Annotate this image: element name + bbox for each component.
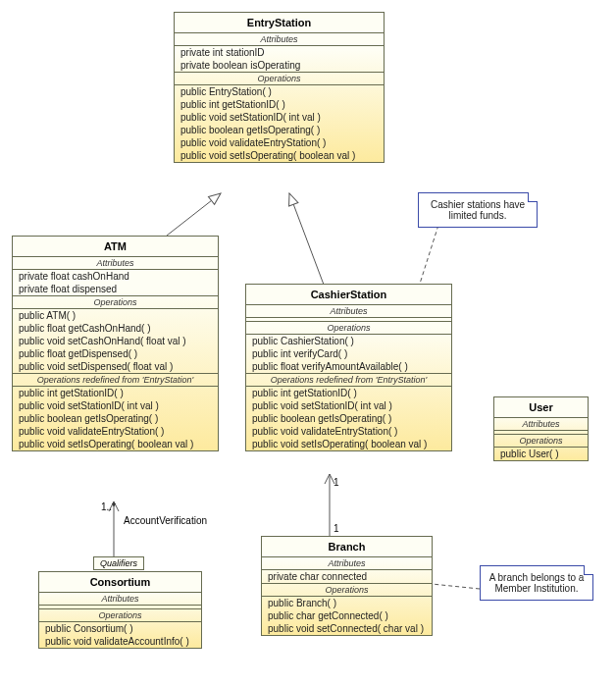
operation: public float verifyAmountAvailable( ) xyxy=(246,360,451,373)
svg-line-5 xyxy=(432,584,480,589)
svg-line-4 xyxy=(420,219,440,284)
attributes-list: private int stationID private boolean is… xyxy=(175,46,384,73)
operation: public EntryStation( ) xyxy=(175,85,384,98)
note-cashier-funds: Cashier stations have limited funds. xyxy=(418,192,538,228)
class-branch: Branch Attributes private char connected… xyxy=(261,536,433,636)
operations-list: public ATM( ) public float getCashOnHand… xyxy=(13,309,218,374)
redefined-header: Operations redefined from 'EntryStation' xyxy=(13,374,218,387)
attribute: private float dispensed xyxy=(13,283,218,295)
operation: public boolean getIsOperating( ) xyxy=(246,412,451,425)
class-consortium: Consortium Attributes Operations public … xyxy=(38,571,202,649)
svg-line-1 xyxy=(289,193,324,285)
operations-list: public CashierStation( ) public int veri… xyxy=(246,335,451,374)
operation: public char getConnected( ) xyxy=(262,609,432,622)
operations-header: Operations xyxy=(39,609,201,622)
attributes-list: private char connected xyxy=(262,570,432,584)
operation: public void setStationID( int val ) xyxy=(13,399,218,412)
note-fold-icon xyxy=(584,565,593,575)
operation: public void setDispensed( float val ) xyxy=(13,360,218,373)
attributes-header: Attributes xyxy=(494,418,588,431)
operation: public int getStationID( ) xyxy=(246,387,451,399)
operations-header: Operations xyxy=(175,73,384,85)
operation: public User( ) xyxy=(494,448,588,460)
class-title: CashierStation xyxy=(246,285,451,305)
operation: public Branch( ) xyxy=(262,597,432,609)
operation: public Consortium( ) xyxy=(39,622,201,635)
class-title: User xyxy=(494,397,588,418)
class-entrystation: EntryStation Attributes private int stat… xyxy=(174,12,385,163)
multiplicity-label: 1 xyxy=(334,523,339,534)
attributes-header: Attributes xyxy=(262,557,432,570)
attributes-header: Attributes xyxy=(13,257,218,270)
attributes-header: Attributes xyxy=(246,305,451,318)
operations-list: public EntryStation( ) public int getSta… xyxy=(175,85,384,162)
operation: public void validateEntryStation( ) xyxy=(246,425,451,438)
attribute: private int stationID xyxy=(175,46,384,59)
qualifier-box: Qualifiers xyxy=(93,556,144,570)
operation: public void setIsOperating( boolean val … xyxy=(246,438,451,450)
operations-header: Operations xyxy=(494,435,588,448)
multiplicity-label: 1..* xyxy=(101,501,116,512)
operation: public void setStationID( int val ) xyxy=(175,111,384,124)
operation: public float getDispensed( ) xyxy=(13,347,218,360)
operations-list: public Branch( ) public char getConnecte… xyxy=(262,597,432,635)
note-text: Cashier stations have limited funds. xyxy=(431,199,525,221)
operations-header: Operations xyxy=(246,322,451,335)
operation: public ATM( ) xyxy=(13,309,218,322)
operation: public int getStationID( ) xyxy=(175,98,384,111)
attributes-header: Attributes xyxy=(39,593,201,606)
association-label: AccountVerification xyxy=(124,515,207,526)
class-title: Branch xyxy=(262,537,432,557)
redefined-header: Operations redefined from 'EntryStation' xyxy=(246,374,451,387)
operations-header: Operations xyxy=(262,584,432,597)
operation: public float getCashOnHand( ) xyxy=(13,322,218,335)
operation: public void setCashOnHand( float val ) xyxy=(13,335,218,347)
operation: public CashierStation( ) xyxy=(246,335,451,347)
attribute: private char connected xyxy=(262,570,432,583)
note-fold-icon xyxy=(528,192,538,202)
note-branch-member: A branch belongs to a Member Institution… xyxy=(480,565,593,601)
attributes-header: Attributes xyxy=(175,33,384,46)
class-cashierstation: CashierStation Attributes Operations pub… xyxy=(245,284,452,451)
note-text: A branch belongs to a Member Institution… xyxy=(489,572,585,594)
class-title: ATM xyxy=(13,237,218,257)
redefined-list: public int getStationID( ) public void s… xyxy=(13,387,218,450)
class-title: EntryStation xyxy=(175,13,384,33)
operation: public int verifyCard( ) xyxy=(246,347,451,360)
operation: public void setIsOperating( boolean val … xyxy=(175,149,384,162)
operation: public void setIsOperating( boolean val … xyxy=(13,438,218,450)
operation: public boolean getIsOperating( ) xyxy=(13,412,218,425)
operations-list: public Consortium( ) public void validat… xyxy=(39,622,201,648)
operation: public void setConnected( char val ) xyxy=(262,622,432,635)
svg-line-0 xyxy=(167,193,221,236)
class-user: User Attributes Operations public User( … xyxy=(493,396,589,461)
operation: public boolean getIsOperating( ) xyxy=(175,124,384,136)
attribute: private float cashOnHand xyxy=(13,270,218,283)
operations-header: Operations xyxy=(13,296,218,309)
class-atm: ATM Attributes private float cashOnHand … xyxy=(12,236,219,451)
operation: public void setStationID( int val ) xyxy=(246,399,451,412)
multiplicity-label: 1 xyxy=(334,477,339,488)
class-title: Consortium xyxy=(39,572,201,593)
operation: public int getStationID( ) xyxy=(13,387,218,399)
operation: public void validateEntryStation( ) xyxy=(13,425,218,438)
operation: public void validateAccountInfo( ) xyxy=(39,635,201,648)
operations-list: public User( ) xyxy=(494,448,588,460)
attributes-list: private float cashOnHand private float d… xyxy=(13,270,218,296)
operation: public void validateEntryStation( ) xyxy=(175,136,384,149)
attribute: private boolean isOperating xyxy=(175,59,384,72)
redefined-list: public int getStationID( ) public void s… xyxy=(246,387,451,450)
